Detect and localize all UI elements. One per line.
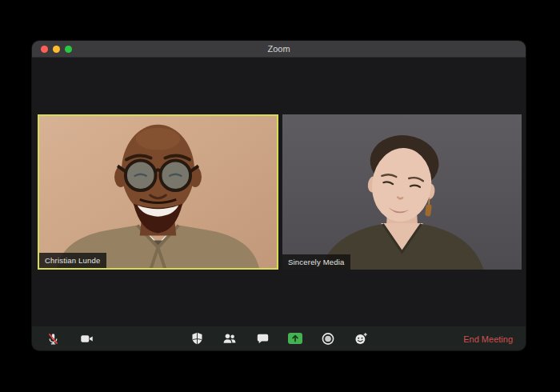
record-button[interactable] xyxy=(318,329,338,348)
video-tile-active-speaker[interactable]: Christian Lunde xyxy=(38,114,278,270)
start-video-button[interactable] xyxy=(77,329,96,348)
participant-video-woman xyxy=(282,114,522,270)
record-icon xyxy=(322,332,335,346)
meeting-toolbar: End Meeting xyxy=(32,326,526,350)
titlebar[interactable]: Zoom xyxy=(32,41,526,58)
video-tile[interactable]: Sincerely Media xyxy=(282,114,522,270)
participant-name-badge: Christian Lunde xyxy=(39,253,106,268)
reactions-icon xyxy=(354,332,368,346)
chat-button[interactable] xyxy=(253,329,272,348)
security-shield-icon xyxy=(190,332,203,345)
share-screen-icon xyxy=(288,332,303,345)
minimize-window-button[interactable] xyxy=(53,46,60,53)
toolbar-right-group: End Meeting xyxy=(460,331,526,346)
participants-button[interactable] xyxy=(220,329,239,348)
zoom-window: Zoom xyxy=(32,41,526,350)
close-window-button[interactable] xyxy=(41,46,48,53)
window-title: Zoom xyxy=(267,41,290,57)
mute-button[interactable] xyxy=(43,329,62,348)
participants-icon xyxy=(223,332,237,346)
traffic-lights xyxy=(41,41,72,57)
toolbar-left-group xyxy=(32,329,96,348)
participant-video-man xyxy=(39,116,277,268)
chat-icon xyxy=(256,332,269,345)
microphone-muted-icon xyxy=(46,332,60,346)
zoom-window-button[interactable] xyxy=(65,46,72,53)
desktop-background: Zoom xyxy=(0,0,560,392)
video-camera-icon xyxy=(80,332,94,346)
end-meeting-button[interactable]: End Meeting xyxy=(460,333,516,346)
security-button[interactable] xyxy=(187,329,206,348)
participant-name-badge: Sincerely Media xyxy=(282,254,350,270)
share-screen-button[interactable] xyxy=(286,329,305,348)
reactions-button[interactable] xyxy=(351,329,370,348)
toolbar-center-group xyxy=(187,329,370,348)
